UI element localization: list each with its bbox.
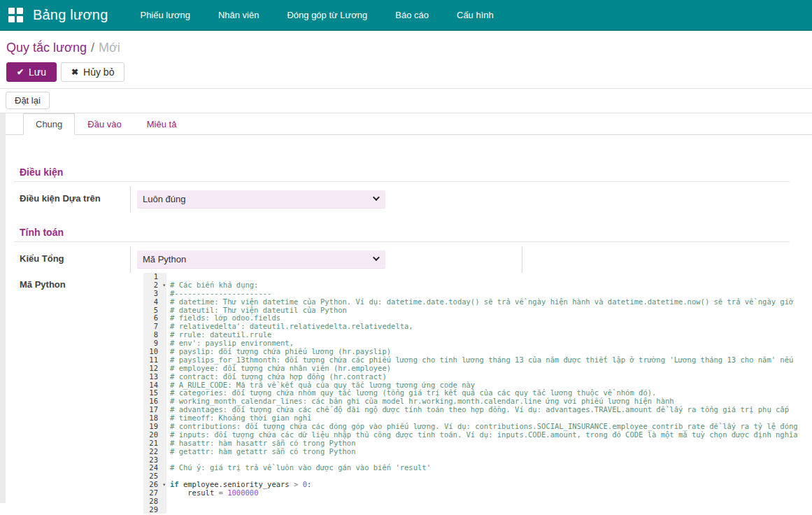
app-title[interactable]: Bảng lương: [33, 7, 108, 23]
field-label-python-code: Mã Python: [14, 273, 130, 514]
save-button-label: Lưu: [29, 66, 46, 78]
editor-line-number: 21: [143, 439, 166, 448]
nav-menu: Phiếu lươngNhân viênĐóng góp từ LươngBáo…: [126, 0, 507, 30]
condition-based-on-select[interactable]: Luôn đúng: [137, 190, 385, 209]
form-sheet: ChungĐầu vàoMiêu tả Điều kiện Điều kiện …: [6, 113, 812, 503]
python-code-editor[interactable]: 12▾3456789101112131415161718192021222324…: [143, 273, 812, 514]
tab-1[interactable]: Chung: [23, 113, 75, 135]
editor-code-line: if employee.seniority_years > 0:: [170, 481, 812, 489]
close-icon: ✖: [71, 67, 78, 77]
editor-line-number: 4: [143, 298, 166, 306]
field-label-condition-based-on: Điều kiện Dựa trên: [14, 186, 130, 213]
form-view: ChungĐầu vàoMiêu tả Điều kiện Điều kiện …: [0, 113, 812, 503]
fold-toggle-icon[interactable]: ▾: [162, 481, 166, 489]
check-icon: ✔: [17, 67, 24, 77]
amount-type-select[interactable]: Mã Python: [137, 251, 385, 269]
editor-code-line: # getattr: hàm getattr sẵn có trong Pyth…: [170, 448, 812, 456]
tab-2[interactable]: Đầu vào: [75, 113, 134, 135]
editor-code-line: [170, 498, 812, 506]
statusbar: Đặt lại: [0, 89, 812, 113]
editor-line-number: 22: [143, 448, 166, 456]
tab-3[interactable]: Miêu tả: [134, 113, 190, 135]
breadcrumb-current: Mới: [99, 41, 120, 55]
discard-button-label: Hủy bỏ: [83, 66, 114, 78]
editor-line-number: 13: [143, 373, 166, 381]
nav-item-4[interactable]: Báo cáo: [381, 0, 443, 30]
top-nav: Bảng lương Phiếu lươngNhân viênĐóng góp …: [0, 0, 812, 31]
field-value-cell: Luôn đúng: [130, 186, 790, 213]
breadcrumb-parent-link[interactable]: Quy tắc lương: [6, 41, 87, 55]
editor-line-number: 2▾: [143, 281, 166, 290]
tab-content-general: Điều kiện Điều kiện Dựa trên Luôn đúng T…: [6, 167, 812, 514]
editor-code-line: # Chú ý: giá trị trả về luôn vào được gá…: [170, 464, 812, 472]
field-value-cell: Mã Python: [130, 246, 522, 273]
apps-menu-icon[interactable]: [8, 8, 24, 23]
editor-line-number: 3: [143, 290, 166, 298]
discard-button[interactable]: ✖Hủy bỏ: [61, 62, 124, 82]
editor-line-number: 11: [143, 356, 166, 365]
breadcrumb-separator: /: [91, 41, 94, 55]
nav-item-5[interactable]: Cấu hình: [443, 0, 508, 30]
breadcrumb: Quy tắc lương/Mới: [6, 38, 812, 57]
fold-toggle-icon[interactable]: ▾: [162, 281, 166, 290]
control-panel: Quy tắc lương/Mới ✔Lưu ✖Hủy bỏ: [0, 31, 812, 89]
reset-button[interactable]: Đặt lại: [6, 92, 50, 109]
section-title-computation: Tính toán: [14, 227, 790, 242]
field-row-python-code: Mã Python 12▾345678910111213141516171819…: [14, 273, 812, 514]
nav-item-2[interactable]: Nhân viên: [204, 0, 273, 30]
section-title-condition: Điều kiện: [14, 167, 790, 182]
save-button[interactable]: ✔Lưu: [6, 62, 57, 82]
nav-item-1[interactable]: Phiếu lương: [126, 0, 204, 30]
field-row-condition-based-on: Điều kiện Dựa trên Luôn đúng: [14, 186, 812, 213]
editor-code-line: [170, 273, 812, 281]
editor-code-line: result = 1000000: [170, 489, 812, 498]
field-label-amount-type: Kiểu Tổng: [14, 246, 130, 273]
field-row-amount-type: Kiểu Tổng Mã Python: [14, 246, 812, 273]
editor-code-area: # Các biến khả dụng:#-------------------…: [166, 273, 812, 514]
nav-item-3[interactable]: Đóng góp từ Lương: [273, 0, 381, 30]
editor-line-number: 12: [143, 365, 166, 373]
editor-code-line: [170, 506, 812, 514]
editor-line-number: 29: [143, 506, 166, 514]
control-panel-buttons: ✔Lưu ✖Hủy bỏ: [6, 62, 812, 82]
editor-gutter: 12▾3456789101112131415161718192021222324…: [143, 273, 166, 514]
notebook-tabs: ChungĐầu vàoMiêu tả: [6, 113, 812, 135]
